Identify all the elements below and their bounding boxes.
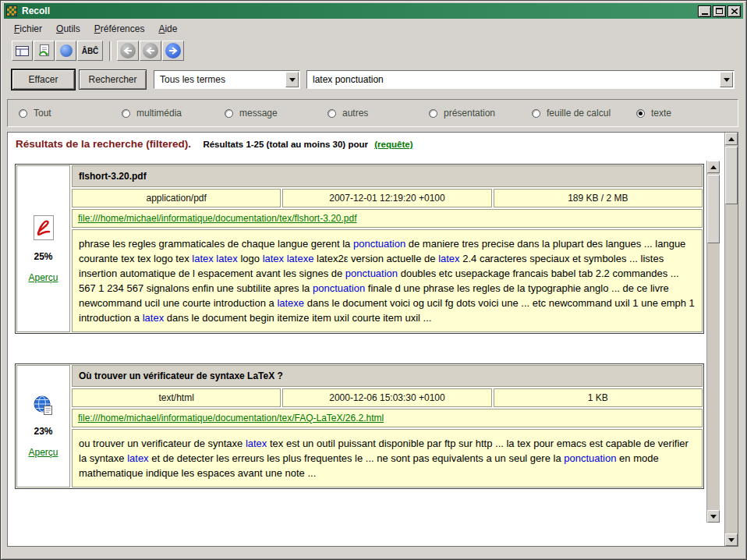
toolbar-separator xyxy=(109,41,112,61)
filter-feuille-de-calcul[interactable]: feuille de calcul xyxy=(532,108,611,119)
result-url-link[interactable]: file:///home/michael/informatique/docume… xyxy=(78,413,384,424)
filter-presentation[interactable]: présentation xyxy=(429,108,495,119)
recoll-window: { "window": { "title": "Recoll" }, "menu… xyxy=(0,0,747,560)
filter-multimedia[interactable]: multimédia xyxy=(122,108,182,119)
maximize-button[interactable] xyxy=(713,5,726,17)
result-size: 189 KB / 2 MB xyxy=(494,189,703,207)
results-title: Résultats de la recherche (filtered). xyxy=(16,138,191,150)
toolbar-button-previous-page[interactable] xyxy=(140,41,161,61)
toolbar-button-first-page[interactable] xyxy=(117,41,139,61)
query-details-link[interactable]: (requête) xyxy=(374,140,412,149)
result-side-panel: 23% Aperçu xyxy=(16,365,70,487)
clear-button[interactable]: Effacer xyxy=(12,69,75,90)
result-date: 2007-12-01 12:19:20 +0100 xyxy=(282,189,491,207)
results-pane: Résultats de la recherche (filtered). Ré… xyxy=(7,132,738,547)
radio-icon xyxy=(19,109,27,118)
scroll-down-button[interactable] xyxy=(707,510,720,523)
menu-aide[interactable]: Aide xyxy=(151,21,184,37)
result-detail: Où trouver un vérificateur de syntaxe La… xyxy=(72,365,703,487)
filter-autres[interactable]: autres xyxy=(327,108,368,119)
search-mode-value: Tous les termes xyxy=(160,74,225,85)
window-title: Recoll xyxy=(22,5,696,16)
radio-icon xyxy=(636,109,645,118)
preview-link[interactable]: Aperçu xyxy=(28,272,58,283)
chevron-down-icon xyxy=(724,78,730,82)
toolbar-button-next-page[interactable] xyxy=(162,41,184,61)
filter-tout[interactable]: Tout xyxy=(19,108,51,119)
search-mode-combobox[interactable]: Tous les termes xyxy=(154,70,300,89)
toolbar-button-globe[interactable] xyxy=(55,41,76,61)
results-summary: Résultats 1-25 (total au moins 30) pour xyxy=(203,140,368,149)
menu-fichier[interactable]: Fichier xyxy=(7,21,49,37)
relevance-percent: 25% xyxy=(34,251,52,262)
result-item: 25% Aperçu flshort-3.20.pdf application/… xyxy=(15,164,704,334)
result-size: 1 KB xyxy=(494,388,703,407)
search-button[interactable]: Rechercher xyxy=(79,69,147,90)
scroll-thumb[interactable] xyxy=(707,175,720,243)
pdf-icon xyxy=(32,214,55,241)
html-icon xyxy=(33,395,54,416)
arrow-right-icon xyxy=(165,43,181,58)
menu-preferences[interactable]: Préférences xyxy=(87,21,152,37)
menu-outils[interactable]: Outils xyxy=(49,21,87,37)
scroll-thumb[interactable] xyxy=(725,147,738,204)
result-abstract: phrase les regles grammaticales de chaqu… xyxy=(72,229,703,332)
close-button[interactable] xyxy=(728,5,741,17)
chevron-down-icon xyxy=(289,78,296,82)
radio-icon xyxy=(122,109,130,118)
arrow-down-icon xyxy=(710,515,717,519)
arrow-up-icon xyxy=(710,165,717,169)
minimize-button[interactable] xyxy=(698,5,711,17)
results-list-content: 25% Aperçu flshort-3.20.pdf application/… xyxy=(13,161,706,523)
combobox-arrow-button[interactable] xyxy=(285,72,299,87)
combobox-arrow-button[interactable] xyxy=(720,72,733,87)
result-mime: text/html xyxy=(72,388,281,407)
toolbar-button-clear[interactable] xyxy=(12,41,33,61)
radio-icon xyxy=(225,109,233,118)
filter-message[interactable]: message xyxy=(225,108,278,119)
preview-link[interactable]: Aperçu xyxy=(28,447,58,458)
result-mime: application/pdf xyxy=(72,189,281,207)
results-pane-scrollbar[interactable] xyxy=(724,133,738,546)
result-filename: flshort-3.20.pdf xyxy=(72,165,703,187)
blue-globe-icon xyxy=(60,44,73,57)
result-abstract: ou trouver un verificateur de syntaxe la… xyxy=(72,429,703,487)
menubar: Fichier Outils Préférences Aide xyxy=(4,20,743,37)
arrow-left-icon xyxy=(120,43,136,58)
result-filename: Où trouver un vérificateur de syntaxe La… xyxy=(72,365,703,387)
abc-letters-icon: ÂBĈ xyxy=(82,47,99,55)
table-lines-icon xyxy=(16,45,30,57)
toolbar-button-term-explorer[interactable]: ÂBĈ xyxy=(77,41,103,61)
results-list: 25% Aperçu flshort-3.20.pdf application/… xyxy=(13,161,720,523)
result-meta-row: text/html 2000-12-06 15:03:30 +0100 1 KB xyxy=(72,388,703,407)
result-url-row: file:///home/michael/informatique/docume… xyxy=(72,209,703,228)
scroll-up-button[interactable] xyxy=(707,161,720,173)
radio-icon xyxy=(327,109,336,118)
titlebar: Recoll xyxy=(4,3,743,19)
results-header: Résultats de la recherche (filtered). Ré… xyxy=(16,138,706,150)
arrow-up-icon xyxy=(728,137,735,141)
filter-texte[interactable]: texte xyxy=(636,108,671,119)
recoll-app-icon xyxy=(6,5,17,16)
result-date: 2000-12-06 15:03:30 +0100 xyxy=(282,388,491,407)
minimize-icon xyxy=(702,13,708,15)
radio-icon xyxy=(532,109,540,118)
document-refresh-icon xyxy=(37,44,51,58)
toolbar: ÂBĈ xyxy=(4,39,743,62)
result-meta-row: application/pdf 2007-12-01 12:19:20 +010… xyxy=(72,189,703,207)
result-url-row: file:///home/michael/informatique/docume… xyxy=(72,409,703,427)
radio-icon xyxy=(429,109,437,118)
scroll-up-button[interactable] xyxy=(725,133,738,145)
result-detail: flshort-3.20.pdf application/pdf 2007-12… xyxy=(72,165,703,332)
close-icon xyxy=(731,9,738,14)
query-input[interactable] xyxy=(307,71,718,88)
toolbar-button-refresh[interactable] xyxy=(34,41,55,61)
maximize-icon xyxy=(716,8,723,14)
relevance-percent: 23% xyxy=(34,426,52,437)
arrow-left-icon xyxy=(143,43,158,58)
result-url-link[interactable]: file:///home/michael/informatique/docume… xyxy=(78,213,357,224)
result-item: 23% Aperçu Où trouver un vérificateur de… xyxy=(15,363,704,489)
result-side-panel: 25% Aperçu xyxy=(16,165,70,332)
results-list-scrollbar[interactable] xyxy=(706,161,720,523)
scroll-down-button[interactable] xyxy=(725,533,738,546)
